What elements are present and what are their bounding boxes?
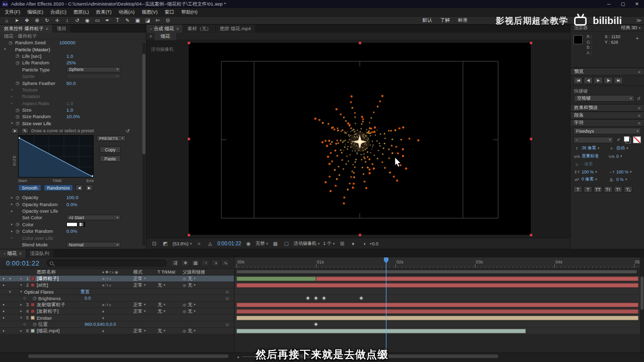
brush-tool[interactable]: ✎ — [123, 17, 132, 24]
panel-tab[interactable]: 项目≡ — [53, 25, 70, 33]
keyframe-diamond[interactable] — [322, 296, 326, 300]
panel-menu-icon[interactable]: ≡ — [46, 26, 48, 31]
menu-item[interactable]: 帮助(H) — [178, 8, 201, 16]
effect-property-row[interactable]: ▸ ◷ Texture ▾ — [0, 86, 146, 93]
fill-stroke-swatches[interactable] — [624, 136, 631, 143]
timeline-view-icon[interactable]: ◔ — [201, 259, 209, 266]
horizontal-scale-value[interactable]: 100 % — [616, 169, 628, 174]
panel-tab[interactable]: ▪ 图层 烟花.mp4 ≡ — [216, 25, 255, 33]
zoom-dropdown[interactable]: (53.8%)▾ — [173, 241, 192, 246]
curve-prev-icon[interactable]: ◀ — [75, 185, 83, 191]
snapshot-icon[interactable]: ⊡ — [150, 241, 158, 246]
transport-button[interactable]: ▶| — [614, 77, 623, 84]
column-trkmat[interactable]: T TrkMat — [157, 269, 183, 276]
expander-icon[interactable]: ▸ — [11, 202, 16, 206]
column-name[interactable]: 图层名称 — [37, 269, 102, 276]
panel-tab[interactable]: ▪ 合成 烟花 ≡ — [146, 25, 183, 33]
property-dropdown[interactable]: ▾ — [66, 73, 121, 79]
blend-mode-dropdown[interactable]: 正常▾ — [133, 328, 157, 334]
effect-property-row[interactable]: ▾ ◷ Size over Life ▾ — [0, 120, 146, 127]
curve-pencil-icon[interactable]: ✎ — [21, 128, 29, 134]
composition-timecode[interactable]: 0:00:01:22 — [217, 241, 241, 246]
effect-property-row[interactable]: ◷ Sprite ▾ — [0, 73, 146, 79]
curve-next-icon[interactable]: ▶ — [86, 185, 93, 191]
lock-icon[interactable] — [13, 302, 18, 308]
label-color-chip[interactable] — [31, 316, 35, 320]
expander-icon[interactable]: ▸ — [11, 101, 16, 105]
hand-tool[interactable]: ✥ — [22, 17, 32, 24]
effect-property-row[interactable]: ▾ ◷ Particle (Master) ▾ — [0, 46, 146, 52]
layer-duration-bar[interactable] — [236, 309, 638, 314]
workspace-tab[interactable]: 标准 — [458, 17, 467, 24]
layer-duration-bar[interactable] — [236, 283, 638, 288]
visibility-eye-icon[interactable]: ● — [0, 276, 7, 282]
timeline-view-icon[interactable]: ∿ — [221, 259, 229, 266]
panel-menu-icon[interactable]: ≡ — [176, 26, 179, 31]
expander-icon[interactable]: ▸ — [11, 209, 16, 213]
faux-style-button[interactable]: T₁ — [624, 186, 632, 193]
effect-name[interactable]: Optical Flares — [24, 289, 80, 295]
transport-button[interactable]: ▶ — [594, 77, 603, 84]
layer-name[interactable]: [烟花.mp4] — [37, 328, 102, 334]
parent-link-dropdown[interactable]: ◎无▾ — [183, 328, 234, 334]
visibility-eye-icon[interactable]: ● — [0, 308, 7, 315]
pixel-aspect-icon[interactable]: ⊞ — [338, 241, 346, 246]
lock-icon[interactable] — [13, 276, 18, 282]
parent-link-dropdown[interactable]: ◎无▾ — [183, 282, 234, 289]
property-dropdown[interactable]: Normal▾ — [66, 242, 121, 247]
puppet-pin-tool[interactable]: ⊙ — [163, 17, 173, 24]
panel-menu-icon[interactable]: ≡ — [638, 121, 640, 126]
timeline-ruler[interactable]: 00s01s02s03s04s05s — [234, 257, 640, 268]
panel-menu-icon[interactable]: ≡ — [638, 106, 640, 111]
stopwatch-icon[interactable]: ◷ — [31, 295, 38, 302]
solo-icon[interactable] — [7, 302, 13, 308]
leading-value[interactable]: 自动 — [616, 145, 625, 151]
lock-icon[interactable] — [13, 282, 18, 289]
expander-icon[interactable]: ▸ — [11, 236, 16, 240]
orbit-camera-tool[interactable]: ↻ — [42, 17, 52, 24]
region-of-interest-icon[interactable]: ▦ — [272, 241, 279, 246]
menu-item[interactable]: 文件(F) — [1, 8, 24, 16]
smooth-button[interactable]: Smooth — [18, 185, 41, 191]
effect-property-row[interactable]: ◷ Size 1.0▾ 1.0 — [0, 107, 146, 113]
panel-tab[interactable]: ▪ 素材（无） ≡ — [183, 25, 215, 33]
timeline-view-icon[interactable]: ⇶ — [171, 259, 179, 266]
blend-mode-dropdown[interactable]: 正常▾ — [133, 308, 157, 315]
solo-icon[interactable] — [7, 315, 13, 321]
window-button[interactable]: ✕ — [630, 0, 644, 8]
stopwatch-icon[interactable]: ◷ — [16, 121, 22, 126]
keyframe-diamond[interactable] — [314, 296, 318, 300]
effect-property-row[interactable]: ▸ ◷ Opacity 100.0▾ 100.0 — [0, 194, 146, 201]
current-time-indicator[interactable] — [386, 257, 386, 352]
color-swatch[interactable] — [66, 222, 85, 227]
effect-property-row[interactable]: ▸ ◷ Color ▾ — [0, 221, 146, 228]
timeline-row[interactable]: ●▾5Emitter♦ — [0, 315, 234, 321]
track-row[interactable] — [234, 328, 640, 334]
trkmat-dropdown[interactable]: 无▾ — [157, 308, 183, 315]
property-value[interactable]: 100000 — [59, 40, 75, 45]
faux-style-button[interactable]: T — [584, 186, 592, 193]
layer-name[interactable]: 发射烟雾粒子 — [37, 302, 102, 308]
expander-icon[interactable]: ▸ — [11, 222, 16, 226]
parent-link-dropdown[interactable]: ◎无▾ — [183, 276, 234, 282]
timeline-row[interactable]: fx▾Optical Flares重置◎ — [0, 289, 234, 295]
property-dropdown[interactable]: At Start▾ — [66, 215, 121, 220]
reset-icon[interactable]: ↺ — [636, 96, 640, 101]
fast-previews-icon[interactable]: ♦ — [349, 241, 357, 246]
label-color-chip[interactable] — [31, 283, 35, 287]
work-area-bar[interactable] — [236, 270, 637, 274]
property-value[interactable]: 960.0,540.0,0.0 — [85, 321, 116, 328]
keyframe-diamond[interactable] — [306, 296, 310, 300]
timeline-search-input[interactable] — [46, 259, 167, 266]
selection-handle[interactable] — [188, 42, 190, 44]
effect-reset-link[interactable]: 重置 — [80, 289, 90, 295]
font-family-dropdown[interactable]: Fixedsys▾ — [574, 128, 641, 134]
panel-tab[interactable]: ▪ 烟花 ≡ — [0, 249, 26, 257]
timeline-row[interactable]: ●●▸1[爆炸粒子]♦∕fx正常▾◎无▾ — [0, 276, 234, 282]
label-color-chip[interactable] — [31, 303, 35, 307]
effect-property-row[interactable]: ▸ ◷ Aspect Ratio 1.0▾ 1.0 — [0, 100, 146, 107]
vertical-scale-value[interactable]: 100 % — [582, 169, 594, 174]
property-value[interactable]: 1.0 — [66, 53, 73, 59]
panel-menu-icon[interactable]: ≡ — [19, 251, 21, 256]
effect-controls-scrollbar[interactable] — [142, 43, 145, 246]
